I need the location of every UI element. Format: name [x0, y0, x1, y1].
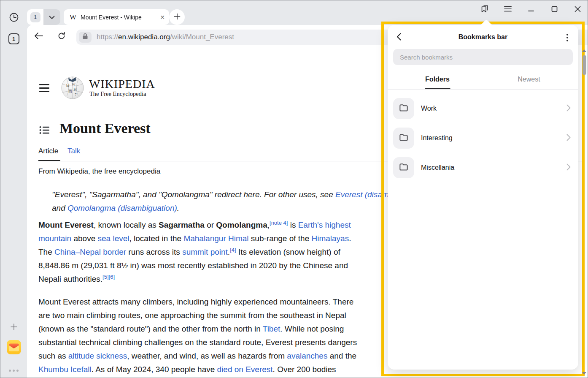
- folder-chip: [393, 157, 414, 178]
- folder-icon: [398, 102, 409, 115]
- site-security-chip[interactable]: [79, 32, 92, 43]
- browser-sidebar: 1: [0, 0, 27, 378]
- text-segment: Sagarmatha: [159, 220, 205, 229]
- wiki-link[interactable]: Himalayas: [312, 234, 349, 243]
- chevron-left-icon: [396, 33, 401, 42]
- mail-app-icon: [6, 340, 22, 356]
- wiki-link[interactable]: Tibet: [263, 324, 281, 333]
- scrollbar-thumb[interactable]: [583, 55, 586, 75]
- wiki-link[interactable]: died on Everest: [217, 365, 273, 374]
- reload-button[interactable]: [55, 30, 68, 44]
- text-segment: . While not posing: [280, 324, 344, 333]
- panel-menu-button[interactable]: [561, 31, 574, 44]
- scrollbar-down-arrow-icon[interactable]: [582, 372, 586, 375]
- page-scrollbar[interactable]: [582, 43, 587, 375]
- tab-group-chip[interactable]: 1: [27, 9, 60, 25]
- folder-row-work[interactable]: Work: [388, 94, 578, 123]
- bookmarks-panel-button[interactable]: [479, 4, 491, 16]
- wiki-link[interactable]: Earth's highest: [298, 220, 351, 229]
- url-path: /wiki/Mount_Everest: [170, 33, 234, 41]
- wiki-link[interactable]: avalanches: [287, 351, 327, 360]
- bookmarks-tabs: Folders Newest: [388, 72, 578, 89]
- sidebar-add-button[interactable]: [0, 320, 27, 335]
- reference-link[interactable]: [4]: [230, 247, 236, 253]
- text-segment: and the: [327, 351, 356, 360]
- text-segment: Qomolangma: [216, 220, 267, 229]
- kebab-menu-icon: [566, 34, 568, 41]
- text-segment: are two main climbing routes, one approa…: [38, 311, 346, 320]
- browser-menu-button[interactable]: [502, 4, 514, 16]
- wikipedia-wordmark[interactable]: WIKIPEDIA: [89, 77, 155, 91]
- back-button[interactable]: [32, 30, 46, 44]
- folder-row-interesting[interactable]: Interesting: [388, 123, 578, 153]
- wiki-link[interactable]: Mahalangur Himal: [183, 234, 248, 243]
- lock-icon: [82, 33, 88, 41]
- chevron-right-icon: [566, 163, 571, 172]
- tab-group-count: 1: [27, 9, 43, 25]
- wiki-link[interactable]: altitude sickness: [68, 351, 127, 360]
- minimize-button[interactable]: [525, 4, 537, 16]
- bookmarks-panel-header: Bookmarks bar: [388, 25, 578, 49]
- reference-link[interactable]: [5][6]: [102, 274, 115, 280]
- text-segment: (known as the "standard route") and the …: [38, 324, 263, 333]
- folder-row-miscellania[interactable]: Miscellania: [388, 153, 578, 182]
- hamburger-icon: [504, 6, 512, 14]
- panel-back-button[interactable]: [392, 31, 405, 44]
- url-scheme: https://: [97, 33, 118, 41]
- new-tab-button[interactable]: [169, 9, 185, 25]
- wiki-link[interactable]: summit point: [182, 247, 228, 256]
- tab-talk[interactable]: Talk: [67, 147, 80, 155]
- svg-text:7: 7: [75, 92, 77, 97]
- text-segment: Nepali authorities.: [38, 275, 102, 283]
- wikipedia-tagline: The Free Encyclopedia: [89, 90, 146, 98]
- tab-folders[interactable]: Folders: [418, 76, 457, 83]
- text-segment: .: [177, 204, 179, 212]
- table-of-contents-icon[interactable]: [39, 126, 49, 136]
- maximize-button[interactable]: [548, 4, 560, 16]
- tab-newest[interactable]: Newest: [510, 76, 548, 83]
- sidebar-more-button[interactable]: [0, 363, 27, 378]
- article-title: Mount Everest: [59, 120, 151, 136]
- bookmarks-search-input[interactable]: [393, 49, 573, 65]
- folder-chip: [393, 98, 414, 119]
- scrollbar-up-arrow-icon[interactable]: [582, 49, 586, 52]
- text-segment: . As of May 2024, 340 people have: [92, 365, 217, 374]
- url-text: https://en.wikipedia.org/wiki/Mount_Ever…: [97, 33, 234, 41]
- browser-tab-mount-everest[interactable]: W Mount Everest - Wikipe ✕: [64, 9, 169, 25]
- text-segment: .: [349, 234, 351, 243]
- wiki-link[interactable]: Qomolangma (disambiguation): [67, 204, 177, 212]
- folder-icon: [398, 132, 409, 144]
- text-segment: sub-range of the: [249, 234, 312, 243]
- text-segment: and: [52, 204, 67, 212]
- wiki-link[interactable]: mountain: [38, 234, 71, 243]
- wiki-menu-button[interactable]: [39, 84, 49, 92]
- reload-icon: [57, 32, 66, 42]
- window-controls: [479, 4, 583, 16]
- reference-link[interactable]: [note 4]: [270, 220, 288, 226]
- svg-text:W: W: [72, 82, 76, 87]
- wiki-link[interactable]: Khumbu Icefall: [38, 365, 92, 374]
- wikipedia-globe-logo[interactable]: Ω W H 西 7: [61, 76, 84, 102]
- wiki-link[interactable]: sea level: [98, 234, 129, 243]
- text-segment: , located in the: [129, 234, 184, 243]
- text-segment: above: [71, 234, 97, 243]
- wiki-link[interactable]: China–Nepal border: [54, 247, 126, 256]
- yandex-mail-button[interactable]: [0, 340, 27, 356]
- tab-group-expand-button[interactable]: [43, 9, 60, 25]
- url-host: en.wikipedia.org: [118, 33, 170, 41]
- text-segment: "Everest", "Sagarmatha", and "Qomolangma…: [52, 190, 335, 199]
- history-button[interactable]: [0, 11, 27, 26]
- text-segment: is: [288, 220, 298, 229]
- text-segment: substantial technical climbing challenge…: [38, 338, 357, 347]
- close-icon: [575, 6, 581, 14]
- text-segment: Its elevation (snow height) of: [236, 247, 340, 256]
- text-segment: 8,848.86 m (29,031 ft 8½ in) was most re…: [38, 261, 348, 270]
- wikipedia-favicon: W: [70, 13, 76, 22]
- folder-icon: [398, 161, 409, 174]
- tab-close-icon[interactable]: ✕: [160, 14, 165, 21]
- close-button[interactable]: [572, 4, 583, 16]
- tab-article[interactable]: Article: [38, 147, 58, 155]
- tab-counter-button[interactable]: 1: [0, 31, 27, 46]
- minimize-icon: [528, 6, 534, 14]
- chevron-down-icon: [49, 14, 55, 21]
